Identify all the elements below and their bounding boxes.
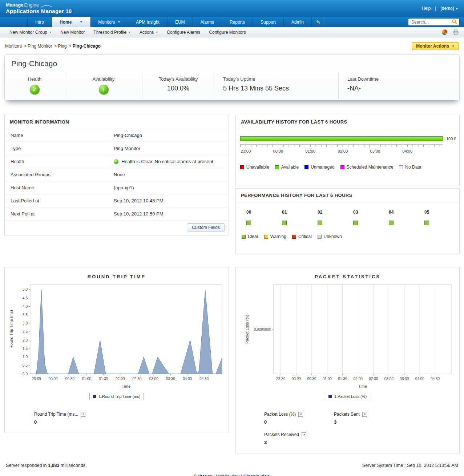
tab-alarms[interactable]: Alarms (193, 17, 222, 27)
tab-apm-insight[interactable]: APM Insight (128, 17, 168, 27)
announcement-icon[interactable]: ✎ (312, 17, 325, 27)
brand-name: ManageEngine (6, 3, 72, 8)
perf-status-square[interactable] (246, 221, 251, 225)
search-input[interactable] (411, 20, 452, 25)
svg-text:Packet Loss (%): Packet Loss (%) (245, 315, 249, 344)
popout-chart-icon[interactable]: ↗ (302, 432, 306, 437)
brand-engine: Engine (24, 3, 39, 8)
chevron-down-icon: ▼ (455, 7, 458, 11)
svg-text:Time: Time (122, 384, 130, 388)
monitor-summary-panel: Ping-Chicago Health✓Availability↑Today's… (4, 54, 460, 100)
tab-admin[interactable]: Admin (284, 17, 312, 27)
tab-eum[interactable]: EUM (168, 17, 193, 27)
tab-monitors[interactable]: Monitors▼ (90, 17, 128, 27)
legend-swatch-icon (292, 235, 296, 239)
svg-text:2.0: 2.0 (23, 338, 28, 342)
perf-status-square[interactable] (282, 221, 287, 225)
legend-scheduled-maintenance: Scheduled Maintenance (340, 165, 394, 170)
tab-reports[interactable]: Reports (222, 17, 253, 27)
svg-text:0.0000000: 0.0000000 (254, 327, 271, 331)
svg-text:03:00: 03:00 (370, 149, 380, 153)
stat-today-s-availability: Today's Availability100.0% (142, 72, 214, 100)
breadcrumb-link-ping-monitor[interactable]: Ping Monitor (28, 44, 52, 49)
subnav-configure-monitors[interactable]: Configure Monitors (205, 30, 250, 35)
subnav-configure-alarms[interactable]: Configure Alarms (162, 30, 205, 35)
page-title: Ping-Chicago (5, 55, 459, 72)
svg-text:3.0: 3.0 (23, 321, 28, 325)
perf-hour-05: 05 (420, 210, 455, 225)
sub-nav: New Monitor Group▼New MonitorThreshold P… (0, 27, 464, 37)
availability-legend: UnavailableAvailableUnmanagedScheduled M… (240, 165, 455, 170)
rtt-metric: Round Trip Time (ms... ↗ 0 (34, 412, 226, 425)
classic-view-link[interactable]: Classic view (243, 474, 270, 476)
search-box[interactable] (408, 18, 460, 26)
rtt-metric-value: 0 (34, 419, 226, 425)
perf-status-square[interactable] (353, 221, 358, 225)
mobile-view-link[interactable]: Mobile view (216, 474, 239, 476)
breadcrumb: Monitors>Ping Monitor>Ping>Ping-Chicago (5, 44, 101, 49)
chevron-down-icon[interactable]: ▼ (117, 20, 120, 24)
availability-history-title: AVAILABILITY HISTORY FOR LAST 6 HOURS (236, 115, 459, 129)
subnav-new-monitor-group[interactable]: New Monitor Group▼ (5, 30, 56, 35)
svg-text:04:00: 04:00 (415, 377, 424, 381)
view-switcher: Switch to : Mobile view | Classic view (0, 474, 464, 476)
info-row-type: TypePing Monitor (5, 142, 229, 155)
popout-chart-icon[interactable]: ↗ (81, 412, 85, 417)
performance-hours: 000102030405 (242, 210, 459, 225)
chevron-down-icon[interactable]: ▼ (76, 17, 82, 27)
print-icon[interactable] (453, 29, 459, 35)
svg-text:03:00: 03:00 (384, 377, 394, 381)
rtt-chart-title: ROUND TRIP TIME (8, 274, 226, 279)
stat-today-s-uptime: Today's Uptime5 Hrs 13 Mins 55 Secs (214, 72, 338, 100)
availability-up-icon: ↑ (99, 85, 109, 94)
subnav-new-monitor[interactable]: New Monitor (56, 30, 89, 35)
series-swatch-icon (328, 395, 332, 398)
svg-text:23:30: 23:30 (32, 377, 41, 381)
user-menu[interactable]: [demo]▼ (440, 6, 458, 11)
health-clear-icon (114, 159, 118, 164)
svg-text:03:30: 03:30 (166, 377, 175, 381)
round-trip-time-panel: ROUND TRIP TIME 0.00.51.01.52.02.53.03.5… (4, 267, 229, 433)
manageengine-logo[interactable]: ManageEngine Applications Manager 10 (6, 3, 72, 14)
pie-chart-icon[interactable] (441, 29, 448, 35)
performance-history-panel: PERFORMANCE HISTORY FOR LAST 6 HOURS 000… (235, 188, 460, 254)
perf-status-square[interactable] (424, 221, 429, 225)
availability-time-axis: 23:0000:0001:0002:0003:0004:00 (240, 144, 448, 155)
info-row-associated-groups: Associated GroupsNone (5, 168, 229, 181)
popout-chart-icon[interactable]: ↗ (362, 412, 367, 417)
tab-support[interactable]: Support (253, 17, 284, 27)
perf-status-square[interactable] (389, 221, 394, 225)
health-ok-icon: ✓ (30, 85, 40, 94)
perf-status-square[interactable] (318, 221, 322, 225)
tab-intro[interactable]: Intro (27, 17, 52, 27)
perf-hour-04: 04 (384, 210, 420, 225)
legend-warning: Warning (264, 234, 286, 239)
subnav-actions[interactable]: Actions▼ (135, 30, 162, 35)
legend-swatch-icon (242, 235, 246, 239)
monitor-actions-button[interactable]: Monitor Actions▼ (412, 42, 459, 50)
search-icon[interactable] (452, 19, 457, 25)
breadcrumb-link-monitors[interactable]: Monitors (5, 44, 22, 49)
svg-text:2.5: 2.5 (23, 330, 28, 334)
tab-home[interactable]: Home▼ (52, 17, 90, 27)
svg-text:02:30: 02:30 (369, 377, 378, 381)
rtt-metric-label: Round Trip Time (ms... (34, 412, 78, 417)
svg-text:1.0: 1.0 (23, 355, 28, 359)
popout-chart-icon[interactable]: ↗ (298, 412, 303, 417)
legend-swatch-icon (318, 235, 322, 239)
svg-text:5.0: 5.0 (23, 287, 28, 291)
series-swatch-icon (93, 395, 96, 398)
subnav-threshold-profile[interactable]: Threshold Profile▼ (89, 30, 135, 35)
help-link[interactable]: Help (422, 6, 431, 11)
perf-hour-03: 03 (348, 210, 384, 225)
summary-stats: Health✓Availability↑Today's Availability… (5, 72, 459, 100)
breadcrumb-link-ping[interactable]: Ping (58, 44, 66, 49)
availability-bar[interactable] (240, 136, 443, 141)
legend-swatch-icon (340, 165, 344, 169)
legend-swatch-icon (399, 165, 403, 169)
info-row-name: NamePing-Chicago (5, 129, 229, 142)
packets-sent-metric: Packets Sent ↗ 3 (334, 412, 456, 425)
custom-fields-button[interactable]: Custom Fields (187, 223, 225, 231)
svg-text:23:00: 23:00 (241, 149, 251, 153)
svg-text:00:00: 00:00 (292, 377, 301, 381)
